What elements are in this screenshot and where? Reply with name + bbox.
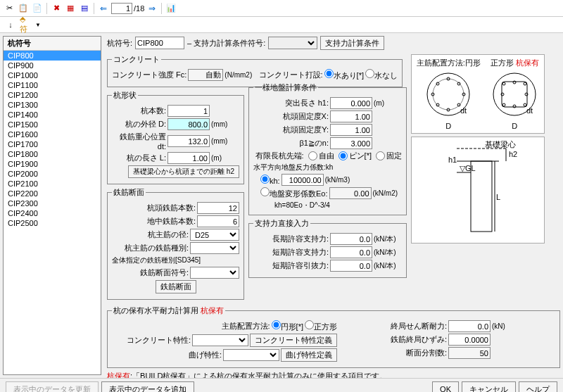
field-row: 主筋配置方法:円形[*]正方形 bbox=[112, 320, 337, 332]
field-row: 杭頭固定度X: bbox=[253, 110, 402, 122]
sidebar-item-CIP2000[interactable]: CIP2000 bbox=[4, 169, 101, 179]
page-input[interactable] bbox=[111, 3, 132, 14]
sidebar-item-CIP1800[interactable]: CIP1800 bbox=[4, 149, 101, 159]
field-row: 杭本数: bbox=[112, 105, 239, 117]
toolbar: ✂ 📋 📄 ✖ ▦ ▤ ⇐ /18 ⇒ 📊 bbox=[0, 0, 563, 17]
kh-radio[interactable]: kh: bbox=[260, 175, 280, 185]
fc-label: コンクリート強度 Fc: bbox=[112, 70, 186, 80]
h2-button[interactable]: 基礎梁心から杭頭までの距離 h2 bbox=[128, 165, 239, 178]
page-indicator: /18 bbox=[111, 3, 144, 14]
ground-group: 一様地盤計算条件 突出長さ h1:(m)杭頭固定度X:杭頭固定度Y:β1≧のn:… bbox=[248, 82, 407, 215]
cond-button[interactable]: 支持力計算条件 bbox=[320, 36, 384, 50]
pile-section-icon: 基礎梁心 h2 h1 ▽GL L bbox=[436, 140, 520, 239]
ok-button[interactable]: OK bbox=[432, 381, 459, 392]
sidebar-item-CIP900[interactable]: CIP900 bbox=[4, 61, 101, 70]
table-icon[interactable]: ▤ bbox=[78, 2, 91, 15]
field-row: 杭主筋の径:D25 bbox=[112, 229, 239, 241]
dan-button[interactable]: 鉄筋断面 bbox=[156, 280, 196, 293]
tip-opt2[interactable]: 固定 bbox=[376, 151, 402, 161]
sidebar-header: 杭符号 bbox=[4, 37, 101, 51]
field-row: 曲げ特性:曲げ特性定義 bbox=[112, 348, 337, 362]
delete-icon[interactable]: ✖ bbox=[50, 2, 63, 15]
svg-rect-12 bbox=[502, 82, 527, 107]
svg-text:h2: h2 bbox=[509, 150, 517, 158]
tip-label: 有限長杭先端: bbox=[255, 151, 304, 161]
sidebar-item-CIP2100[interactable]: CIP2100 bbox=[4, 179, 101, 189]
sort-icon[interactable]: ↓ bbox=[4, 18, 17, 31]
help-button[interactable]: ヘルプ bbox=[519, 381, 557, 392]
add-button[interactable]: 表示中のデータを追加 bbox=[101, 381, 194, 392]
field-row: 短期許容支持力:(kN/本) bbox=[253, 246, 402, 258]
sidebar: 杭符号 CIP800CIP900CIP1000CIP1100CIP1200CIP… bbox=[3, 36, 101, 375]
field-row: コンクリート特性:コンクリート特性定義 bbox=[112, 334, 337, 347]
sidebar-item-CIP1600[interactable]: CIP1600 bbox=[4, 129, 101, 139]
tag-icon[interactable]: ⬘符 bbox=[20, 18, 32, 31]
field-row: 杭の長さ L:(m) bbox=[112, 152, 239, 164]
field-row: 長期許容支持力:(kN/本) bbox=[253, 233, 402, 245]
diagram-side: 基礎梁心 h2 h1 ▽GL L bbox=[411, 137, 545, 244]
kui-input[interactable] bbox=[135, 37, 184, 49]
field-row: 突出長さ h1:(m) bbox=[253, 97, 402, 109]
tip-opt1[interactable]: ピン[*] bbox=[339, 151, 372, 161]
field-row: β1≧のn: bbox=[253, 137, 402, 149]
eo-input bbox=[329, 187, 372, 199]
sidebar-item-CIP1700[interactable]: CIP1700 bbox=[4, 139, 101, 149]
sidebar-item-CIP2200[interactable]: CIP2200 bbox=[4, 189, 101, 198]
cond-label: – 支持力計算条件符号: bbox=[187, 38, 265, 49]
copy-icon[interactable]: 📋 bbox=[17, 2, 30, 15]
svg-text:dt: dt bbox=[460, 106, 467, 115]
footer: 表示中のデータを更新 表示中のデータを追加 OK キャンセル ヘルプ bbox=[0, 378, 563, 392]
grid-icon[interactable]: ▦ bbox=[64, 2, 77, 15]
svg-point-15 bbox=[524, 82, 526, 85]
sidebar-item-CIP1400[interactable]: CIP1400 bbox=[4, 110, 101, 120]
shape-group: 杭形状 杭本数:杭の外径 D:(mm)鉄筋重心位置 dt:(mm)杭の長さ L:… bbox=[107, 90, 244, 184]
next-arrow[interactable]: ⇒ bbox=[146, 4, 158, 13]
top-row: 杭符号: – 支持力計算条件符号: 支持力計算条件 bbox=[107, 36, 560, 50]
cut-icon[interactable]: ✂ bbox=[3, 2, 15, 15]
sidebar-item-CIP1300[interactable]: CIP1300 bbox=[4, 100, 101, 110]
eo-radio[interactable]: 地盤変形係数Eo: bbox=[260, 187, 328, 199]
field-row: 杭頭固定度Y: bbox=[253, 124, 402, 136]
sidebar-item-CIP1500[interactable]: CIP1500 bbox=[4, 120, 101, 129]
sidebar-item-CIP1900[interactable]: CIP1900 bbox=[4, 159, 101, 169]
sidebar-item-CIP2400[interactable]: CIP2400 bbox=[4, 208, 101, 218]
sidebar-item-CIP1000[interactable]: CIP1000 bbox=[4, 70, 101, 80]
rebar-all-label: 全体指定の鉄筋種別[SD345] bbox=[112, 255, 239, 265]
diagram-top: 主筋配置方法:円形 dt D 正方形 杭保有 dt D bbox=[411, 54, 545, 134]
field-row: 断面分割数: bbox=[351, 347, 520, 359]
sidebar-item-CIP800[interactable]: CIP800 bbox=[4, 51, 101, 61]
horiz-group: 杭の保有水平耐力計算用 杭保有 主筋配置方法:円形[*]正方形コンクリート特性:… bbox=[107, 305, 560, 368]
svg-text:▽GL: ▽GL bbox=[460, 164, 476, 172]
field-row: 杭頭鉄筋本数: bbox=[112, 202, 239, 214]
sidebar-item-CIP2500[interactable]: CIP2500 bbox=[4, 218, 101, 228]
svg-point-13 bbox=[502, 82, 505, 85]
svg-text:h1: h1 bbox=[448, 156, 457, 164]
sidebar-item-CIP1100[interactable]: CIP1100 bbox=[4, 80, 101, 90]
rebar-sym-select[interactable] bbox=[190, 267, 239, 279]
tip-opt0[interactable]: 自由 bbox=[308, 151, 334, 161]
update-button: 表示中のデータを更新 bbox=[6, 381, 99, 392]
rebar-sym-label: 鉄筋断面符号: bbox=[112, 267, 189, 278]
svg-text:L: L bbox=[496, 193, 500, 201]
fc-input[interactable] bbox=[188, 69, 223, 81]
svg-text:基礎梁心: 基礎梁心 bbox=[485, 140, 516, 148]
sidebar-item-CIP1200[interactable]: CIP1200 bbox=[4, 90, 101, 100]
field-row: 地中鉄筋本数: bbox=[112, 215, 239, 227]
square-diagram-icon: dt bbox=[490, 70, 539, 119]
circle-diagram-icon: dt bbox=[424, 70, 473, 119]
support-group: 支持力直接入力 長期許容支持力:(kN/本)短期許容支持力:(kN/本)短期許容… bbox=[248, 218, 407, 278]
sidebar-item-CIP2300[interactable]: CIP2300 bbox=[4, 198, 101, 208]
cancel-button[interactable]: キャンセル bbox=[462, 381, 516, 392]
cond-select[interactable] bbox=[268, 37, 317, 49]
field-row: 短期許容引抜力:(kN/本) bbox=[253, 260, 402, 272]
field-row: 杭の外径 D:(mm) bbox=[112, 118, 239, 130]
field-row: 鉄筋終局ひずみ: bbox=[351, 334, 520, 346]
field-row: 杭主筋の鉄筋種別: bbox=[112, 242, 239, 254]
svg-point-19 bbox=[502, 103, 505, 106]
prev-arrow[interactable]: ⇐ bbox=[97, 4, 110, 13]
rebar-group: 鉄筋断面 杭頭鉄筋本数:地中鉄筋本数:杭主筋の径:D25杭主筋の鉄筋種別: 全体… bbox=[107, 187, 244, 300]
note: 杭保有:「BUILD杭保有」による杭の保有水平耐力計算のみに使用する項目です。 bbox=[107, 371, 560, 378]
kh-input[interactable] bbox=[282, 174, 324, 186]
export-icon[interactable]: 📊 bbox=[165, 2, 177, 15]
paste-icon[interactable]: 📄 bbox=[31, 2, 44, 15]
